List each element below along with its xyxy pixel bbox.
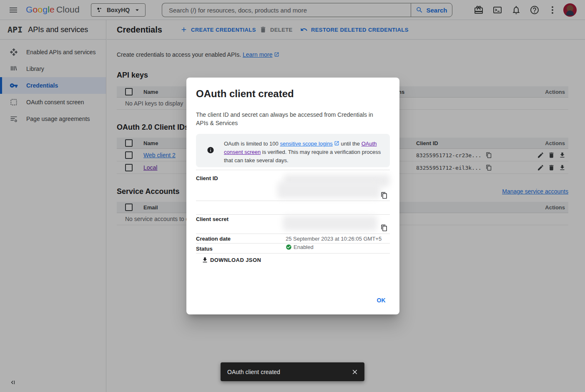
sensitive-scope-logins-link[interactable]: sensitive scope logins (280, 141, 332, 147)
download-json-label: DOWNLOAD JSON (210, 257, 261, 263)
client-id-redacted-value (277, 182, 380, 199)
copy-client-id-icon[interactable] (381, 192, 388, 199)
creation-date-value: 25 September 2023 at 10:26:05 GMT+5 (286, 236, 382, 242)
oauth-limit-notice: OAuth is limited to 100 sensitive scope … (196, 134, 390, 167)
status-value: Enabled (294, 244, 314, 250)
dialog-description: The client ID and secret can always be a… (196, 111, 380, 127)
close-icon[interactable] (351, 368, 359, 376)
download-json-button[interactable]: DOWNLOAD JSON (201, 256, 261, 264)
creation-date-label: Creation date (196, 236, 231, 242)
divider (196, 243, 390, 244)
notice-mid: until the (339, 141, 362, 147)
divider (196, 253, 390, 254)
divider (196, 214, 390, 215)
notice-pre: OAuth is limited to 100 (224, 141, 280, 147)
info-icon (207, 146, 214, 154)
status-badge: Enabled (286, 244, 314, 250)
external-link-icon (334, 141, 339, 146)
toast-snackbar: OAuth client created (221, 362, 364, 381)
divider (196, 234, 390, 234)
google-cloud-console: GoogleCloud BoxyHQ Search (0, 0, 585, 392)
status-label: Status (196, 246, 213, 252)
divider (196, 201, 390, 201)
client-id-label: Client ID (196, 175, 218, 181)
toast-message: OAuth client created (227, 369, 280, 375)
copy-client-secret-icon[interactable] (381, 224, 388, 231)
ok-button[interactable]: OK (373, 295, 389, 305)
download-icon (201, 256, 208, 264)
oauth-client-created-dialog: OAuth client created The client ID and s… (186, 78, 399, 314)
client-secret-label: Client secret (196, 216, 228, 222)
dialog-title: OAuth client created (196, 88, 294, 100)
notice-text: OAuth is limited to 100 sensitive scope … (224, 140, 384, 167)
client-secret-redacted-value (283, 216, 377, 231)
divider (196, 170, 390, 170)
check-circle-icon (286, 244, 292, 250)
